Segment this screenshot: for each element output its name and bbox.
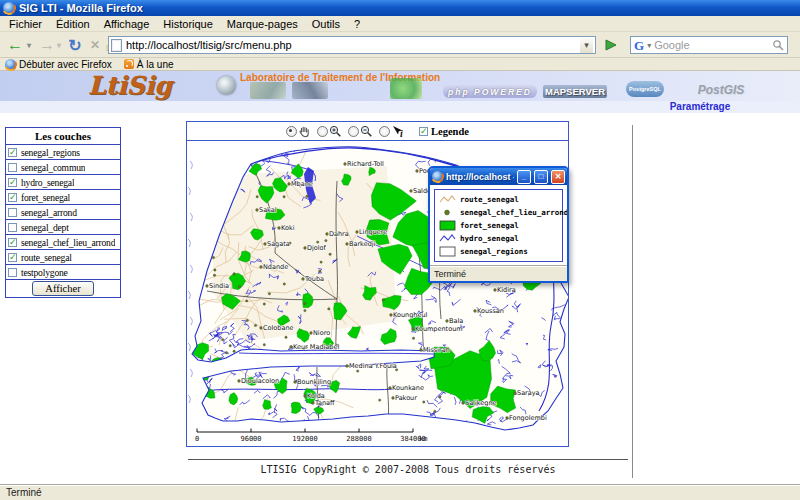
search-engine-dropdown-icon[interactable]: ▾ bbox=[647, 41, 651, 50]
sub-banner: Paramétrage bbox=[0, 101, 800, 113]
go-arrow-icon bbox=[604, 38, 618, 52]
legend-item-label: senegal_chef_lieu_arrond bbox=[460, 208, 568, 217]
go-button[interactable] bbox=[600, 36, 622, 54]
map-city-label: Koussan bbox=[477, 307, 504, 315]
url-bar[interactable]: http://localhost/ltisig/src/menu.php ▾ bbox=[108, 36, 596, 54]
browser-statusbar: Terminé bbox=[0, 484, 800, 500]
legend-item: hydro_senegal bbox=[439, 233, 558, 244]
layer-checkbox[interactable]: ✓ bbox=[8, 193, 17, 202]
map-city-label: Richard-Toll bbox=[347, 160, 384, 168]
map-city-label: Colobane bbox=[263, 324, 294, 332]
forward-dropdown-icon[interactable]: ▾ bbox=[54, 34, 64, 56]
legend-window[interactable]: http://localhost - ... _ □ ✕ route_seneg… bbox=[428, 166, 569, 283]
rss-icon bbox=[124, 59, 134, 69]
map-city-label: Linguere bbox=[359, 228, 387, 236]
zoom-out-radio[interactable] bbox=[348, 126, 359, 137]
menu-fichier[interactable]: Fichier bbox=[2, 17, 49, 31]
menu-?[interactable]: ? bbox=[347, 17, 367, 31]
layer-checkbox[interactable]: ✓ bbox=[8, 148, 17, 157]
back-button[interactable]: ← bbox=[4, 34, 26, 56]
url-dropdown-icon[interactable]: ▾ bbox=[580, 37, 593, 53]
info-tool[interactable]: i bbox=[379, 125, 405, 138]
legend-window-titlebar[interactable]: http://localhost - ... _ □ ✕ bbox=[430, 168, 567, 185]
layer-row: ✓senegal_regions bbox=[6, 145, 120, 160]
search-bar[interactable]: G ▾ Google bbox=[630, 36, 788, 54]
legend-checkbox[interactable]: ✓ bbox=[419, 127, 428, 136]
menu--dition[interactable]: Édition bbox=[49, 17, 97, 31]
firefox-icon bbox=[5, 59, 16, 70]
map-city-label: Missirah bbox=[423, 346, 450, 354]
layer-checkbox[interactable] bbox=[8, 268, 17, 277]
map-city-label: Saraya bbox=[517, 389, 540, 397]
layer-row: senegal_dept bbox=[6, 220, 120, 235]
zoom-in-tool[interactable] bbox=[317, 125, 342, 138]
map-city-label: Kounkane bbox=[392, 384, 424, 392]
map-city-label: Salikegne bbox=[465, 399, 497, 407]
search-magnifier-icon[interactable] bbox=[772, 39, 784, 51]
php-powered-badge: php POWERED bbox=[443, 85, 537, 98]
zoom-out-tool[interactable] bbox=[348, 125, 373, 138]
map-city-label: Keur Madiabel bbox=[293, 343, 339, 351]
layer-checkbox[interactable]: ✓ bbox=[8, 238, 17, 247]
map-city-label: Sagata bbox=[267, 240, 290, 248]
search-placeholder: Google bbox=[654, 39, 769, 51]
legend-window-title: http://localhost - ... bbox=[446, 172, 514, 182]
layer-checkbox[interactable]: ✓ bbox=[8, 178, 17, 187]
globe-icon bbox=[217, 76, 236, 95]
zoom-in-radio[interactable] bbox=[317, 126, 328, 137]
close-button[interactable]: ✕ bbox=[551, 170, 565, 184]
mapserver-badge: MAPSERVER bbox=[543, 85, 607, 98]
banner-image-satellite bbox=[250, 82, 286, 99]
menu-affichage[interactable]: Affichage bbox=[97, 17, 157, 31]
parametrage-link[interactable]: Paramétrage bbox=[670, 101, 731, 112]
back-dropdown-icon[interactable]: ▾ bbox=[24, 34, 34, 56]
layer-checkbox[interactable] bbox=[8, 223, 17, 232]
legend-item: foret_senegal bbox=[439, 220, 558, 231]
legend-window-statusbar: Terminé bbox=[430, 266, 567, 281]
zoom-in-icon bbox=[329, 125, 342, 138]
scale-label: 192000 bbox=[292, 435, 317, 443]
layer-row: ✓foret_senegal bbox=[6, 190, 120, 205]
pan-tool[interactable] bbox=[286, 125, 311, 138]
maximize-button[interactable]: □ bbox=[534, 170, 548, 184]
layer-row: ✓senegal_chef_lieu_arrond bbox=[6, 235, 120, 250]
info-radio[interactable] bbox=[379, 126, 390, 137]
afficher-button[interactable]: Afficher bbox=[32, 281, 93, 296]
legend-symbol-route bbox=[439, 194, 456, 205]
layer-label: foret_senegal bbox=[21, 192, 70, 203]
reload-button[interactable]: ↻ bbox=[64, 34, 86, 56]
layer-checkbox[interactable] bbox=[8, 163, 17, 172]
layer-row: ✓hydro_senegal bbox=[6, 175, 120, 190]
layer-row: senegal_commun bbox=[6, 160, 120, 175]
bookmark-debuter[interactable]: Débuter avec Firefox bbox=[5, 59, 112, 70]
menu-historique[interactable]: Historique bbox=[156, 17, 220, 31]
minimize-button[interactable]: _ bbox=[517, 170, 531, 184]
page-icon bbox=[111, 39, 122, 52]
legend-toggle[interactable]: ✓ Legende bbox=[419, 126, 469, 137]
map-city-label: Touba bbox=[304, 275, 324, 283]
bookmark-a-la-une[interactable]: À la une bbox=[124, 59, 174, 70]
status-text: Terminé bbox=[6, 487, 42, 498]
google-icon: G bbox=[634, 39, 644, 52]
legend-item-label: foret_senegal bbox=[460, 221, 519, 230]
legend-item-label: senegal_regions bbox=[460, 247, 528, 256]
legend-symbol-region bbox=[439, 246, 456, 257]
map-city-label: Koungheul bbox=[393, 311, 428, 319]
layer-row: senegal_arrond bbox=[6, 205, 120, 220]
legend-symbol-point bbox=[439, 207, 456, 218]
ltisig-logo: LtiSig bbox=[88, 71, 172, 100]
legend-item-label: hydro_senegal bbox=[460, 234, 519, 243]
map-city-label: Pakour bbox=[395, 394, 417, 402]
map-city-label: Mbane bbox=[291, 180, 313, 188]
layer-label: senegal_dept bbox=[21, 222, 69, 233]
hand-icon bbox=[298, 125, 311, 138]
pan-radio[interactable] bbox=[286, 126, 297, 137]
menu-marque-pages[interactable]: Marque-pages bbox=[220, 17, 305, 31]
window-titlebar[interactable]: SIG LTI - Mozilla Firefox bbox=[0, 0, 800, 16]
map-city-label: Dioulacolon bbox=[241, 377, 279, 385]
layer-label: senegal_chef_lieu_arrond bbox=[21, 237, 115, 248]
layer-checkbox[interactable] bbox=[8, 208, 17, 217]
layer-label: senegal_regions bbox=[21, 147, 80, 158]
layer-checkbox[interactable]: ✓ bbox=[8, 253, 17, 262]
menu-outils[interactable]: Outils bbox=[305, 17, 347, 31]
